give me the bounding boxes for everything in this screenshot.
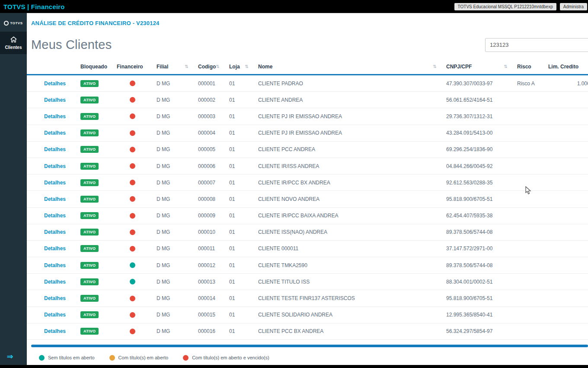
app-brand: TOTVS | Financeiro	[3, 3, 65, 10]
cell-codigo: 000014	[198, 295, 229, 301]
sort-icon[interactable]: ⇅	[216, 64, 220, 69]
detalhes-link[interactable]: Detalhes	[44, 113, 66, 119]
cell-nome: CLIENTE ANDREA	[258, 97, 446, 103]
status-badge: ATIVO	[80, 146, 99, 153]
status-badge: ATIVO	[80, 212, 99, 219]
detalhes-link[interactable]: Detalhes	[44, 229, 66, 235]
cell-loja: 01	[229, 81, 258, 87]
footer-bar	[0, 365, 588, 368]
status-badge: ATIVO	[80, 113, 99, 120]
cell-nome: CLIENTE PADRAO	[258, 81, 446, 87]
column-header-filial[interactable]: Filial⇅	[157, 64, 198, 70]
cell-nome: CLIENTE ISS(NAO) ANDREA	[258, 229, 446, 235]
cell-loja: 01	[229, 180, 258, 186]
status-badge: ATIVO	[80, 328, 99, 335]
status-badge: ATIVO	[80, 129, 99, 136]
detalhes-link[interactable]: Detalhes	[44, 213, 66, 219]
cell-filial: D MG	[157, 97, 198, 103]
column-header-codigo[interactable]: Codigo⇅	[198, 64, 229, 70]
detalhes-link[interactable]: Detalhes	[44, 295, 66, 301]
table-row: Detalhes ATIVO D MG 000008 01 CLIENTE NO…	[27, 191, 588, 207]
table-row: Detalhes ATIVO D MG 000014 01 CLIENTE TE…	[27, 290, 588, 307]
detalhes-link[interactable]: Detalhes	[44, 163, 66, 169]
financeiro-status-icon	[130, 147, 135, 152]
legend-item: Com título(s) em aberto e vencido(s)	[183, 355, 269, 361]
column-header-loja[interactable]: Loja⇅	[229, 64, 258, 70]
cell-filial: D MG	[157, 213, 198, 219]
sort-icon[interactable]: ⇅	[185, 64, 189, 69]
detalhes-link[interactable]: Detalhes	[44, 97, 66, 103]
cell-filial: D MG	[157, 163, 198, 169]
table-row: Detalhes ATIVO D MG 000016 01 CLIENTE PC…	[27, 323, 588, 340]
cell-loja: 01	[229, 245, 258, 252]
cell-nome: CLIENTE IR/ISS ANDREA	[258, 163, 446, 169]
cell-cnpj: 56.061.652/4164-51	[446, 97, 517, 103]
detalhes-link[interactable]: Detalhes	[44, 312, 66, 318]
table-row: Detalhes ATIVO D MG 000015 01 CLIENTE SO…	[27, 307, 588, 323]
cell-codigo: 000004	[198, 130, 229, 136]
topbar: TOTVS | Financeiro TOTVS Educacional MSS…	[0, 0, 588, 13]
cell-loja: 01	[229, 295, 258, 301]
cell-loja: 01	[229, 279, 258, 285]
totvs-logo-icon	[4, 21, 9, 26]
sidebar-item-clientes[interactable]: Clientes	[0, 32, 27, 54]
detalhes-link[interactable]: Detalhes	[44, 196, 66, 202]
legend-label: Com título(s) em aberto	[118, 355, 169, 360]
detalhes-link[interactable]: Detalhes	[44, 328, 66, 334]
cell-filial: D MG	[157, 130, 198, 136]
main-content: ANÁLISE DE CRÉDITO FINANCEIRO - V230124 …	[27, 13, 588, 368]
status-badge: ATIVO	[80, 163, 99, 170]
detalhes-link[interactable]: Detalhes	[44, 262, 66, 268]
legend-teal-icon	[39, 355, 45, 361]
table-row: Detalhes ATIVO D MG 000005 01 CLIENTE PC…	[27, 142, 588, 158]
cell-codigo: 000016	[198, 328, 229, 334]
cell-codigo: 000012	[198, 262, 229, 268]
cell-nome: CLIENTE PCC BX ANDREA	[258, 328, 446, 334]
legend-label: Com título(s) em aberto e vencido(s)	[192, 355, 269, 360]
cell-filial: D MG	[157, 279, 198, 285]
table-row: Detalhes ATIVO D MG 000001 01 CLIENTE PA…	[27, 75, 588, 92]
status-badge: ATIVO	[80, 245, 99, 252]
cell-nome: CLIENTE PJ IR EMISSAO ANDREA	[258, 130, 446, 136]
cell-loja: 01	[229, 130, 258, 136]
table-body: Detalhes ATIVO D MG 000001 01 CLIENTE PA…	[27, 75, 588, 345]
sort-icon[interactable]: ⇅	[504, 64, 508, 69]
user-menu[interactable]: Administra	[560, 3, 587, 10]
cell-loja: 01	[229, 113, 258, 119]
cell-filial: D MG	[157, 196, 198, 202]
cell-cnpj: 89.378.506/5744-08	[446, 262, 517, 268]
status-badge: ATIVO	[80, 311, 99, 318]
cell-nome: CLIENTE TESTE FINR137 ASTERISCOS	[258, 295, 446, 301]
cell-nome: CLIENTE IR/PCC BX ANDREA	[258, 180, 446, 186]
financeiro-status-icon	[130, 196, 135, 202]
search-input[interactable]	[485, 38, 588, 52]
detalhes-link[interactable]: Detalhes	[44, 146, 66, 152]
cell-filial: D MG	[157, 328, 198, 334]
financeiro-status-icon	[130, 180, 135, 185]
topbar-right: TOTVS Educacional MSSQL P1212210mntdbexp…	[454, 3, 588, 10]
home-icon	[10, 36, 17, 43]
detalhes-link[interactable]: Detalhes	[44, 180, 66, 186]
detalhes-link[interactable]: Detalhes	[44, 279, 66, 285]
table-row: Detalhes ATIVO D MG 000004 01 CLIENTE PJ…	[27, 125, 588, 142]
table-row: Detalhes ATIVO D MG 000010 01 CLIENTE IS…	[27, 224, 588, 241]
cell-loja: 01	[229, 312, 258, 318]
detalhes-link[interactable]: Detalhes	[44, 81, 66, 87]
sort-icon[interactable]: ⇅	[433, 64, 437, 69]
sidebar-expand-icon[interactable]: ⇒	[0, 352, 27, 361]
detalhes-link[interactable]: Detalhes	[44, 245, 66, 252]
legend-label: Sem títulos em aberto	[48, 355, 95, 360]
table-row: Detalhes ATIVO D MG 000011 01 CLIENTE 00…	[27, 241, 588, 257]
cell-codigo: 000011	[198, 245, 229, 252]
cell-loja: 01	[229, 328, 258, 334]
sort-icon[interactable]: ⇅	[245, 64, 249, 69]
detalhes-link[interactable]: Detalhes	[44, 130, 66, 136]
table-row: Detalhes ATIVO D MG 000009 01 CLIENTE IR…	[27, 208, 588, 224]
cell-codigo: 000003	[198, 113, 229, 119]
column-header-nome[interactable]: Nome⇅	[258, 64, 446, 70]
cell-cnpj: 47.390.307/0033-97	[446, 81, 517, 87]
table-row: Detalhes ATIVO D MG 000013 01 CLIENTE TI…	[27, 274, 588, 290]
app-title: ANÁLISE DE CRÉDITO FINANCEIRO - V230124	[31, 20, 588, 26]
cell-cnpj: 43.284.091/5413-00	[446, 130, 517, 136]
column-header-cnpj[interactable]: CNPJ/CPF⇅	[446, 64, 517, 70]
